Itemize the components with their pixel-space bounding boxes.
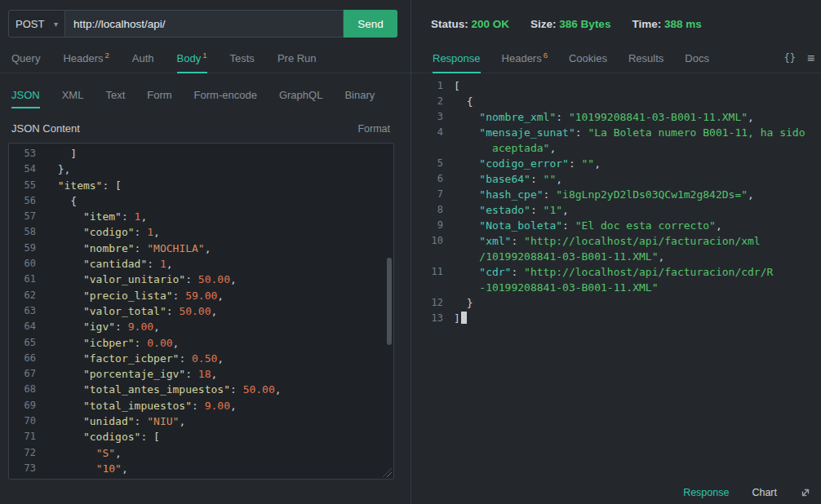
line-number: 1 bbox=[411, 78, 443, 94]
expand-icon[interactable] bbox=[800, 487, 811, 498]
tab-headers[interactable]: Headers2 bbox=[63, 51, 109, 73]
response-body-editor[interactable]: 1[2 {3 "nombre_xml": "10199208841-03-B00… bbox=[411, 75, 821, 480]
time-value: 388 ms bbox=[664, 18, 702, 30]
size-value: 386 Bytes bbox=[559, 18, 610, 30]
code-token: "1000" bbox=[96, 478, 135, 480]
code-token: "nombre" bbox=[83, 242, 135, 254]
code-token bbox=[454, 188, 479, 201]
code-token: 9.00 bbox=[128, 321, 153, 333]
code-token bbox=[454, 173, 479, 185]
tab-query[interactable]: Query bbox=[11, 52, 40, 73]
text-cursor bbox=[461, 312, 467, 324]
tab-response[interactable]: Response bbox=[433, 52, 481, 73]
tab-text[interactable]: Text bbox=[105, 89, 125, 108]
tab-label: Pre Run bbox=[277, 52, 317, 64]
code-token: "codigo_error" bbox=[479, 157, 569, 170]
menu-icon[interactable]: ≡ bbox=[807, 51, 814, 65]
code-token: , bbox=[135, 478, 141, 480]
line-number: 55 bbox=[9, 178, 36, 193]
code-token: : bbox=[511, 235, 524, 247]
tab-form-encode[interactable]: Form-encode bbox=[194, 89, 257, 108]
format-button[interactable]: Format bbox=[357, 123, 390, 135]
code-token: } bbox=[454, 297, 473, 309]
code-token: , bbox=[217, 290, 224, 302]
code-token: "La Boleta numero B001-11, ha sido bbox=[588, 126, 805, 139]
code-token: 9.00 bbox=[205, 400, 230, 412]
code-line: 1[ bbox=[411, 78, 821, 94]
footer-response-toggle[interactable]: Response bbox=[683, 487, 729, 498]
tab-body[interactable]: Body1 bbox=[177, 51, 207, 73]
tab-xml[interactable]: XML bbox=[62, 89, 84, 108]
code-token: "base64" bbox=[479, 173, 530, 185]
tab-pre-run[interactable]: Pre Run bbox=[277, 52, 317, 73]
code-token: "cdr" bbox=[479, 266, 511, 278]
code-token: , bbox=[173, 337, 180, 349]
code-token: "total_antes_impuestos" bbox=[83, 383, 230, 396]
tab-cookies[interactable]: Cookies bbox=[569, 52, 607, 73]
url-input[interactable] bbox=[65, 10, 344, 38]
code-token bbox=[454, 281, 479, 294]
line-number: 7 bbox=[411, 187, 443, 202]
code-token: , bbox=[230, 273, 237, 285]
code-token: "Nota_boleta" bbox=[479, 219, 562, 232]
line-number: 2 bbox=[411, 94, 443, 109]
tab-graphql[interactable]: GraphQL bbox=[279, 89, 322, 108]
code-token: [ bbox=[454, 80, 460, 92]
request-tabs: QueryHeaders2AuthBody1TestsPre Run bbox=[0, 47, 410, 73]
line-number: 68 bbox=[9, 382, 36, 397]
method-label: POST bbox=[16, 18, 44, 30]
time-stat: Time: 388 ms bbox=[632, 18, 701, 30]
tab-json[interactable]: JSON bbox=[11, 89, 40, 108]
code-line: 59 "nombre": "MOCHILA", bbox=[9, 241, 393, 256]
code-line: 61 "valor_unitario": 50.00, bbox=[9, 272, 393, 287]
method-select[interactable]: POST ▾ bbox=[8, 10, 65, 38]
code-braces-icon[interactable]: {} bbox=[784, 52, 796, 64]
code-token bbox=[45, 337, 83, 349]
code-token: , bbox=[275, 383, 282, 396]
json-content-label: JSON Content bbox=[11, 122, 80, 135]
tab-label: Form-encode bbox=[194, 89, 257, 101]
code-line: 2 { bbox=[411, 94, 821, 109]
code-token bbox=[45, 400, 83, 412]
code-token bbox=[45, 368, 83, 380]
code-token: 50.00 bbox=[198, 273, 230, 285]
time-label: Time: bbox=[632, 18, 661, 30]
code-token bbox=[45, 478, 96, 480]
tab-binary[interactable]: Binary bbox=[344, 89, 375, 108]
code-line: 53 ] bbox=[9, 146, 393, 161]
code-token: 50.00 bbox=[179, 305, 211, 317]
code-line: 64 "igv": 9.00, bbox=[9, 319, 393, 334]
code-token: 59.00 bbox=[185, 290, 217, 302]
code-token: /10199208841-03-B001-11.XML" bbox=[479, 250, 658, 263]
tab-auth[interactable]: Auth bbox=[132, 52, 154, 73]
code-token: "1" bbox=[544, 204, 562, 216]
line-number: 69 bbox=[9, 398, 36, 413]
code-token bbox=[45, 352, 83, 365]
line-number: 74 bbox=[9, 476, 36, 480]
code-token: { bbox=[454, 95, 473, 108]
code-token: : bbox=[185, 273, 198, 285]
code-token bbox=[45, 242, 83, 254]
code-line: 58 "codigo": 1, bbox=[9, 224, 393, 240]
code-line: 55 "items": [ bbox=[9, 178, 393, 193]
tab-label: XML bbox=[62, 89, 84, 101]
tab-headers[interactable]: Headers6 bbox=[502, 51, 548, 73]
rest-client-window: POST ▾ Send QueryHeaders2AuthBody1TestsP… bbox=[0, 0, 821, 504]
request-body-editor[interactable]: 53 ]54 },55 "items": [56 {57 "item": 1,5… bbox=[8, 143, 394, 480]
send-button[interactable]: Send bbox=[344, 10, 397, 38]
code-token: , bbox=[153, 321, 160, 333]
footer-chart-toggle[interactable]: Chart bbox=[752, 487, 777, 498]
tab-form[interactable]: Form bbox=[147, 89, 171, 108]
code-line: 3 "nombre_xml": "10199208841-03-B001-11.… bbox=[411, 109, 821, 125]
code-token: "estado" bbox=[479, 204, 530, 216]
code-line: 66 "factor_icbper": 0.50, bbox=[9, 351, 393, 366]
tab-docs[interactable]: Docs bbox=[685, 52, 709, 73]
code-token: , bbox=[549, 142, 556, 154]
tab-label: Text bbox=[105, 89, 125, 101]
tab-tests[interactable]: Tests bbox=[230, 52, 255, 73]
code-token: "" bbox=[582, 157, 595, 170]
code-line: 60 "cantidad": 1, bbox=[9, 256, 393, 272]
code-line: 63 "valor_total": 50.00, bbox=[9, 303, 393, 319]
tab-results[interactable]: Results bbox=[628, 52, 663, 73]
editor-scrollbar-thumb[interactable] bbox=[387, 258, 392, 345]
